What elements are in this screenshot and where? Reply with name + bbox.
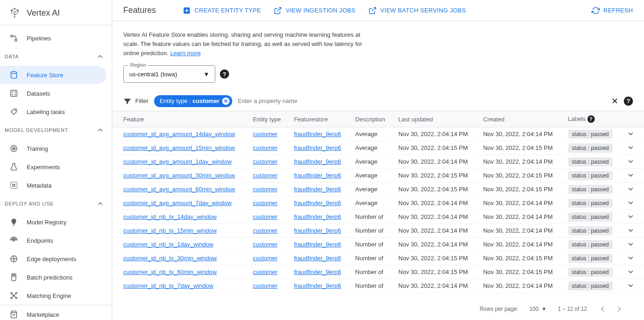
- sidebar-item-pipelines[interactable]: Pipelines: [0, 29, 106, 47]
- dropdown-arrow-icon: ▼: [203, 71, 209, 78]
- col-feature[interactable]: Feature: [112, 111, 247, 127]
- updated-cell: Nov 30, 2022, 2:04:15 PM: [393, 168, 477, 182]
- sidebar-item-batch-predictions[interactable]: Batch predictions: [0, 268, 106, 286]
- entity-link[interactable]: customer: [253, 186, 277, 193]
- expand-row-icon[interactable]: [621, 265, 644, 279]
- sidebar-item-datasets[interactable]: Datasets: [0, 84, 106, 103]
- entity-link[interactable]: customer: [253, 131, 277, 137]
- filter-help-icon[interactable]: ?: [624, 97, 633, 106]
- expand-row-icon[interactable]: [621, 251, 644, 265]
- nav-section-deploy-and-use[interactable]: DEPLOY AND USE: [0, 194, 112, 213]
- sidebar-item-matching-engine[interactable]: Matching Engine: [0, 286, 106, 305]
- featurestore-link[interactable]: fraudfinder_9erp6: [294, 186, 341, 193]
- expand-row-icon[interactable]: [621, 154, 644, 168]
- featurestore-link[interactable]: fraudfinder_9erp6: [294, 200, 341, 206]
- chip-remove-icon[interactable]: ✕: [222, 97, 230, 105]
- sidebar-item-endpoints[interactable]: Endpoints: [0, 231, 106, 250]
- sidebar-item-model-registry[interactable]: Model Registry: [0, 213, 106, 231]
- featurestore-link[interactable]: fraudfinder_9erp6: [294, 172, 341, 179]
- expand-row-icon[interactable]: [621, 127, 644, 141]
- featurestore-link[interactable]: fraudfinder_9erp6: [294, 158, 341, 165]
- expand-row-icon[interactable]: [621, 223, 644, 237]
- featurestore-link[interactable]: fraudfinder_9erp6: [294, 282, 341, 289]
- feature-link[interactable]: customer_id_nb_tx_60min_window: [123, 269, 217, 275]
- featurestore-link[interactable]: fraudfinder_9erp6: [294, 227, 341, 234]
- feature-link[interactable]: customer_id_avg_amount_60min_window: [123, 186, 235, 193]
- entity-link[interactable]: customer: [253, 241, 277, 248]
- clear-filter-icon[interactable]: ✕: [611, 96, 618, 106]
- featurestore-link[interactable]: fraudfinder_9erp6: [294, 241, 341, 248]
- created-cell: Nov 30, 2022, 2:04:15 PM: [477, 141, 562, 154]
- feature-link[interactable]: customer_id_nb_tx_15min_window: [123, 227, 217, 234]
- featurestore-link[interactable]: fraudfinder_9erp6: [294, 131, 341, 137]
- col-last-updated[interactable]: Last updated: [393, 111, 477, 127]
- feature-link[interactable]: customer_id_nb_tx_14day_window: [123, 213, 217, 220]
- refresh-button[interactable]: Refresh: [592, 6, 633, 15]
- feature-link[interactable]: customer_id_avg_amount_7day_window: [123, 200, 232, 206]
- view-batch-serving-jobs-button[interactable]: View batch serving jobs: [368, 6, 466, 15]
- entity-link[interactable]: customer: [253, 255, 277, 262]
- learn-more-link[interactable]: Learn more: [170, 50, 201, 57]
- col-description[interactable]: Description: [350, 111, 393, 127]
- col-labels[interactable]: Labels ?: [563, 111, 621, 127]
- featurestore-link[interactable]: fraudfinder_9erp6: [294, 255, 341, 262]
- expand-row-icon[interactable]: [621, 182, 644, 196]
- entity-link[interactable]: customer: [253, 282, 277, 289]
- col-entity-type[interactable]: Entity type: [247, 111, 288, 127]
- sidebar-item-marketplace[interactable]: Marketplace: [0, 305, 106, 320]
- feature-link[interactable]: customer_id_nb_tx_7day_window: [123, 282, 213, 289]
- next-page-icon[interactable]: [615, 304, 624, 314]
- feature-link[interactable]: customer_id_avg_amount_14day_window: [123, 131, 235, 137]
- featurestore-link[interactable]: fraudfinder_9erp6: [294, 269, 341, 275]
- pagination: Rows per page: 100 ▼ 1 – 12 of 12: [123, 298, 633, 320]
- nav-section-data[interactable]: DATA: [0, 47, 112, 66]
- filter-input[interactable]: [238, 97, 606, 104]
- svg-rect-16: [11, 182, 17, 189]
- view-ingestion-jobs-button[interactable]: View ingestion jobs: [274, 6, 356, 15]
- sidebar-item-experiments[interactable]: Experiments: [0, 158, 106, 176]
- nav-section-model-development[interactable]: MODEL DEVELOPMENT: [0, 121, 112, 139]
- featurestore-link[interactable]: fraudfinder_9erp6: [294, 144, 341, 151]
- region-help-icon[interactable]: ?: [220, 69, 229, 79]
- sidebar-item-labeling-tasks[interactable]: Labeling tasks: [0, 103, 106, 121]
- features-table-wrap: FeatureEntity typeFeaturestoreDescriptio…: [112, 111, 644, 298]
- prev-page-icon[interactable]: [598, 304, 607, 314]
- entity-link[interactable]: customer: [253, 269, 277, 275]
- feature-link[interactable]: customer_id_avg_amount_30min_window: [123, 172, 235, 179]
- expand-row-icon[interactable]: [621, 196, 644, 210]
- entity-link[interactable]: customer: [253, 158, 277, 165]
- entity-link[interactable]: customer: [253, 144, 277, 151]
- expand-row-icon[interactable]: [621, 210, 644, 223]
- created-cell: Nov 30, 2022, 2:04:14 PM: [477, 127, 562, 141]
- feature-link[interactable]: customer_id_avg_amount_1day_window: [123, 158, 232, 165]
- created-cell: Nov 30, 2022, 2:04:14 PM: [477, 279, 562, 292]
- svg-point-8: [12, 91, 13, 92]
- sidebar-item-training[interactable]: Training: [0, 139, 106, 158]
- updated-cell: Nov 30, 2022, 2:04:15 PM: [393, 141, 477, 154]
- create-entity-type-button[interactable]: Create entity type: [183, 6, 261, 15]
- featurestore-link[interactable]: fraudfinder_9erp6: [294, 213, 341, 220]
- expand-row-icon[interactable]: [621, 279, 644, 292]
- expand-row-icon[interactable]: [621, 141, 644, 154]
- sidebar-item-edge-deployments[interactable]: Edge deployments: [0, 250, 106, 268]
- sidebar-item-metadata[interactable]: Metadata: [0, 176, 106, 194]
- sidebar-item-label: Datasets: [27, 90, 50, 97]
- col-featurestore[interactable]: Featurestore: [288, 111, 350, 127]
- created-cell: Nov 30, 2022, 2:04:14 PM: [477, 223, 562, 237]
- labels-help-icon[interactable]: ?: [587, 115, 595, 123]
- entity-link[interactable]: customer: [253, 172, 277, 179]
- sidebar-item-feature-store[interactable]: Feature Store: [0, 66, 106, 84]
- feature-link[interactable]: customer_id_avg_amount_15min_window: [123, 144, 235, 151]
- col-created[interactable]: Created: [477, 111, 562, 127]
- entity-link[interactable]: customer: [253, 213, 277, 220]
- filter-chip[interactable]: Entity type : customer ✕: [154, 95, 232, 107]
- entity-link[interactable]: customer: [253, 200, 277, 206]
- region-select[interactable]: Region us-central1 (Iowa) ▼: [123, 65, 215, 83]
- rows-per-page-select[interactable]: 100 ▼: [529, 306, 547, 312]
- expand-row-icon[interactable]: [621, 237, 644, 251]
- feature-link[interactable]: customer_id_nb_tx_30min_window: [123, 255, 217, 262]
- feature-link[interactable]: customer_id_nb_tx_1day_window: [123, 241, 213, 248]
- entity-link[interactable]: customer: [253, 227, 277, 234]
- table-row: customer_id_nb_tx_60min_windowcustomerfr…: [112, 265, 644, 279]
- expand-row-icon[interactable]: [621, 168, 644, 182]
